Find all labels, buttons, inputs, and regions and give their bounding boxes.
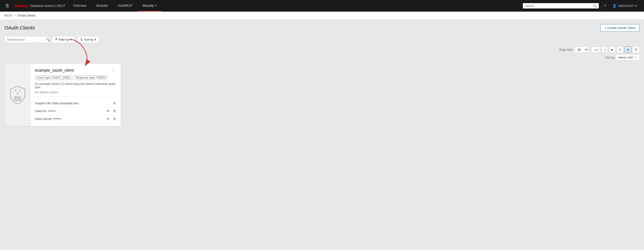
first-page-button[interactable]: ◀◀: [592, 47, 600, 53]
sort-icon: ⇅: [80, 38, 83, 41]
reveal-client-id-button[interactable]: 👁: [106, 109, 111, 113]
sort-tag-close-button[interactable]: ×: [635, 56, 637, 59]
toolbar: 🔍 ⧩ Filter by ▾ ⇅ Sort by ▾: [4, 36, 640, 43]
search-input[interactable]: [525, 4, 592, 7]
brand-area: ORACLE Database Actions | REST: [12, 4, 68, 8]
svg-marker-4: [17, 93, 18, 94]
right-toolbar: Page Size: 5 10 20 50 100 ◀◀ ◀ ▶ ↻ ⊞ ☰: [4, 46, 640, 53]
card-icon-panel: [4, 64, 31, 126]
card-fields: Support URI: https://example.com ⧉ Clien…: [35, 97, 117, 123]
nav-links: Overview Modules AutoREST Security ▾: [68, 0, 162, 12]
sort-by-button[interactable]: ⇅ Sort by ▾: [77, 36, 99, 43]
breadcrumb-separator: >: [14, 14, 16, 17]
shield-database-icon: [9, 85, 26, 105]
security-chevron-icon: ▾: [155, 4, 156, 7]
card-context-menu-button[interactable]: ⋮: [110, 67, 117, 73]
breadcrumb: REST > OAuth Clients: [0, 12, 644, 20]
sort-tag-area: Sort by Name: ASC ×: [4, 54, 640, 60]
support-uri-label: Support URI: https://example.com: [35, 102, 111, 105]
brand-oracle: ORACLE: [14, 4, 28, 8]
table-view-button[interactable]: ☰: [632, 46, 640, 53]
svg-rect-8: [14, 97, 21, 100]
search-bar: 🔍: [523, 3, 599, 8]
user-label: ORDSTEST: [618, 4, 634, 7]
page-size-label: Page Size:: [559, 48, 573, 51]
oauth-client-card: example_oauth_client ⋮ Grant Type: CLIEN…: [4, 64, 121, 126]
filter-chevron-icon: ▾: [70, 38, 72, 41]
client-id-row: Client ID: •••••••• 👁 ⧉: [35, 107, 117, 115]
breadcrumb-current: OAuth Clients: [18, 14, 35, 17]
card-origins: (no allowed origins): [35, 91, 117, 94]
user-menu[interactable]: 👤 ORDSTEST ▾: [610, 4, 639, 8]
filter-label: Filter by: [58, 38, 69, 41]
user-icon: 👤: [612, 4, 617, 8]
support-uri-row: Support URI: https://example.com ⧉: [35, 99, 117, 107]
brand-rest: Database Actions | REST: [30, 4, 66, 7]
nav-modules[interactable]: Modules: [91, 0, 113, 12]
filter-by-button[interactable]: ⧩ Filter by ▾: [52, 36, 75, 43]
name-search-icon: 🔍: [46, 38, 50, 41]
page-header: OAuth Clients + Create OAuth Client: [4, 24, 640, 32]
card-body: example_oauth_client ⋮ Grant Type: CLIEN…: [31, 64, 121, 126]
refresh-button[interactable]: ↻: [617, 47, 623, 53]
card-description: An example OAuth 2.0 client using the Cl…: [35, 82, 117, 89]
grant-type-tag: Grant Type: CLIENT_CRED: [35, 75, 72, 80]
svg-marker-2: [14, 89, 16, 90]
user-chevron-icon: ▾: [635, 4, 637, 7]
name-search-wrap: 🔍: [4, 36, 49, 43]
support-uri-actions: ⧉: [112, 101, 117, 106]
page-title: OAuth Clients: [4, 25, 35, 31]
nav-autorest[interactable]: AutoREST: [113, 0, 138, 12]
main-content: OAuth Clients + Create OAuth Client 🔍 ⧩ …: [0, 20, 644, 249]
breadcrumb-rest-link[interactable]: REST: [4, 14, 12, 17]
card-header-row: example_oauth_client ⋮: [35, 67, 117, 73]
card-view-button[interactable]: ⊞: [624, 46, 631, 53]
reveal-client-secret-button[interactable]: 👁: [106, 117, 111, 121]
prev-page-button[interactable]: ◀: [602, 47, 608, 53]
client-name: example_oauth_client: [35, 68, 74, 73]
client-id-label: Client ID: ••••••••: [35, 109, 104, 113]
client-secret-actions: 👁 ⧉: [106, 116, 117, 121]
nav-overview[interactable]: Overview: [68, 0, 91, 12]
copy-support-uri-button[interactable]: ⧉: [112, 101, 117, 106]
card-tags: Grant Type: CLIENT_CRED Response Type: T…: [35, 75, 117, 80]
page-size-wrap: Page Size: 5 10 20 50 100: [559, 47, 588, 53]
top-nav: ☰ ORACLE Database Actions | REST Overvie…: [0, 0, 644, 12]
filter-icon: ⧩: [55, 38, 57, 41]
copy-client-id-button[interactable]: ⧉: [112, 109, 117, 113]
client-id-actions: 👁 ⧉: [106, 109, 117, 113]
sort-tag-prefix: Sort by: [605, 56, 614, 59]
page-size-select[interactable]: 5 10 20 50 100: [575, 47, 588, 53]
nav-security[interactable]: Security ▾: [138, 0, 162, 12]
sort-chevron-icon: ▾: [94, 38, 96, 41]
client-secret-row: Client Secret: •••••••• 👁 ⧉: [35, 115, 117, 123]
client-secret-label: Client Secret: ••••••••: [35, 117, 104, 121]
sort-tag: Name: ASC ×: [616, 54, 640, 60]
create-oauth-client-button[interactable]: + Create OAuth Client: [600, 24, 640, 32]
cards-area: example_oauth_client ⋮ Grant Type: CLIEN…: [4, 64, 640, 126]
svg-marker-6: [19, 89, 21, 90]
help-button[interactable]: ?: [602, 2, 609, 9]
next-page-button[interactable]: ▶: [609, 47, 616, 53]
sort-tag-value: Name: ASC: [618, 56, 634, 59]
nav-actions: ? 👤 ORDSTEST ▾: [599, 2, 641, 9]
name-search-input[interactable]: [7, 38, 44, 41]
response-type-tag: Response Type: TOKEN: [74, 75, 107, 80]
search-icon: 🔍: [593, 4, 596, 7]
copy-client-secret-button[interactable]: ⧉: [112, 116, 117, 121]
sort-label: Sort by: [84, 38, 93, 41]
hamburger-menu[interactable]: ☰: [3, 3, 12, 8]
